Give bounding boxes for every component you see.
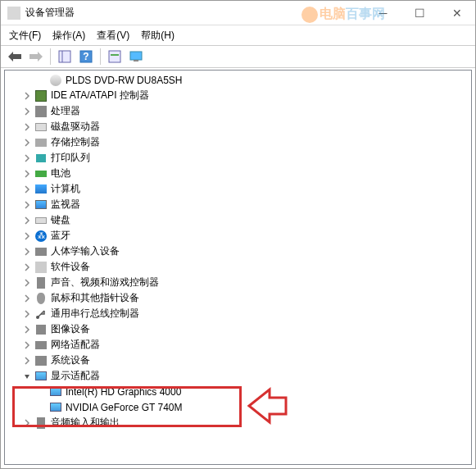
tree-item[interactable]: 电池	[5, 166, 471, 181]
forward-button[interactable]	[27, 48, 45, 66]
watermark: 电脑百事网	[301, 6, 385, 23]
hid-icon	[34, 245, 48, 258]
tree-item-label: 图像设备	[51, 322, 90, 336]
menu-action[interactable]: 操作(A)	[52, 29, 85, 43]
tree-item-label: NVIDIA GeForce GT 740M	[66, 402, 183, 413]
svg-text:?: ?	[83, 51, 88, 62]
tree-item-label: 通用串行总线控制器	[51, 307, 139, 321]
collapse-icon[interactable]	[21, 106, 33, 117]
help-button[interactable]: ?	[77, 48, 95, 66]
collapse-icon[interactable]	[21, 277, 33, 289]
tree-item-label: 监视器	[51, 198, 80, 212]
collapse-icon[interactable]	[21, 262, 33, 273]
menu-view[interactable]: 查看(V)	[97, 29, 129, 43]
tree-item[interactable]: 计算机	[5, 181, 471, 197]
collapse-icon[interactable]	[21, 339, 33, 351]
computer-icon	[34, 183, 48, 196]
devices-button[interactable]	[127, 48, 145, 66]
monitor-icon	[34, 198, 48, 212]
menu-help[interactable]: 帮助(H)	[141, 29, 175, 43]
tree-item[interactable]: IDE ATA/ATAPI 控制器	[5, 88, 471, 103]
tree-item[interactable]: NVIDIA GeForce GT 740M	[5, 399, 471, 415]
storage-icon	[34, 121, 48, 134]
tree-item-label: 处理器	[51, 104, 80, 118]
collapse-icon[interactable]	[21, 293, 33, 304]
display-icon	[34, 370, 48, 383]
tree-item[interactable]: 监视器	[5, 197, 471, 212]
tree-item[interactable]: 声音、视频和游戏控制器	[5, 275, 471, 290]
disk-icon	[34, 136, 48, 149]
tree-item-label: 磁盘驱动器	[51, 120, 100, 134]
tree-item[interactable]: 音频输入和输出	[5, 415, 471, 430]
collapse-icon[interactable]	[21, 121, 33, 133]
collapse-icon[interactable]	[21, 168, 33, 180]
separator	[50, 48, 51, 65]
tree-item[interactable]: 系统设备	[5, 353, 471, 368]
expand-icon[interactable]	[21, 371, 33, 382]
tree-item-label: 计算机	[51, 182, 80, 196]
tree-item[interactable]: PLDS DVD-RW DU8A5SH	[5, 72, 471, 88]
tree-item[interactable]: 通用串行总线控制器	[5, 306, 471, 321]
svg-rect-7	[134, 60, 138, 61]
tree-item[interactable]: 图像设备	[5, 321, 471, 337]
collapse-icon[interactable]	[21, 308, 33, 320]
collapse-icon[interactable]	[21, 137, 33, 148]
tree-item-label: 键盘	[51, 213, 70, 227]
device-tree[interactable]: PLDS DVD-RW DU8A5SHIDE ATA/ATAPI 控制器处理器磁…	[4, 70, 472, 465]
tree-item[interactable]: 打印队列	[5, 150, 471, 166]
collapse-icon[interactable]	[21, 90, 33, 102]
svg-rect-6	[130, 52, 142, 60]
tree-item[interactable]: 鼠标和其他指针设备	[5, 290, 471, 306]
titlebar: 设备管理器 ─ ☐ ✕	[1, 1, 475, 25]
tree-item[interactable]: 处理器	[5, 103, 471, 119]
collapse-icon[interactable]	[21, 324, 33, 335]
tree-item-label: 打印队列	[51, 151, 90, 165]
svg-rect-5	[111, 54, 119, 56]
tree-item-label: 网络适配器	[51, 338, 100, 352]
tree-item[interactable]: 键盘	[5, 212, 471, 228]
tree-item-label: 声音、视频和游戏控制器	[51, 275, 159, 289]
imaging-icon	[34, 323, 48, 336]
properties-button[interactable]	[56, 48, 74, 66]
close-button[interactable]: ✕	[438, 1, 475, 25]
tree-item-label: 软件设备	[51, 260, 90, 274]
tree-item[interactable]: 磁盘驱动器	[5, 119, 471, 134]
mouse-icon	[34, 292, 48, 305]
tree-item-label: 系统设备	[51, 353, 90, 367]
maximize-button[interactable]: ☐	[401, 1, 438, 25]
sound-icon	[34, 276, 48, 289]
view-button[interactable]	[106, 48, 124, 66]
back-button[interactable]	[6, 48, 24, 66]
collapse-icon[interactable]	[21, 184, 33, 195]
tree-item-label: 人体学输入设备	[51, 244, 120, 258]
collapse-icon[interactable]	[21, 199, 33, 211]
tree-item-label: 音频输入和输出	[51, 416, 120, 430]
tree-item[interactable]: 显示适配器	[5, 368, 471, 384]
menu-file[interactable]: 文件(F)	[9, 29, 41, 43]
audio-icon	[34, 417, 48, 430]
collapse-icon[interactable]	[21, 230, 33, 242]
tree-item[interactable]: 软件设备	[5, 259, 471, 275]
tree-item[interactable]: 网络适配器	[5, 337, 471, 353]
tree-item[interactable]: Intel(R) HD Graphics 4000	[5, 384, 471, 399]
tree-item-label: 鼠标和其他指针设备	[51, 291, 139, 305]
usb-icon	[34, 307, 48, 321]
disc-icon	[49, 74, 62, 87]
tree-item[interactable]: 存储控制器	[5, 134, 471, 150]
svg-rect-0	[59, 51, 70, 62]
tree-item-label: 存储控制器	[51, 135, 100, 149]
tree-item-label: IDE ATA/ATAPI 控制器	[51, 89, 149, 102]
menubar: 文件(F) 操作(A) 查看(V) 帮助(H)	[1, 25, 475, 45]
bluetooth-icon: ⁂	[34, 230, 48, 243]
tree-item-label: 电池	[51, 166, 70, 180]
battery-icon	[34, 167, 48, 180]
collapse-icon[interactable]	[21, 215, 33, 226]
collapse-icon[interactable]	[21, 355, 33, 367]
collapse-icon[interactable]	[21, 417, 33, 429]
tree-item[interactable]: 人体学输入设备	[5, 244, 471, 259]
tree-item-label: PLDS DVD-RW DU8A5SH	[66, 75, 182, 86]
collapse-icon[interactable]	[21, 246, 33, 257]
collapse-icon[interactable]	[21, 153, 33, 164]
tree-item-label: 显示适配器	[51, 369, 100, 383]
tree-item[interactable]: ⁂蓝牙	[5, 228, 471, 244]
